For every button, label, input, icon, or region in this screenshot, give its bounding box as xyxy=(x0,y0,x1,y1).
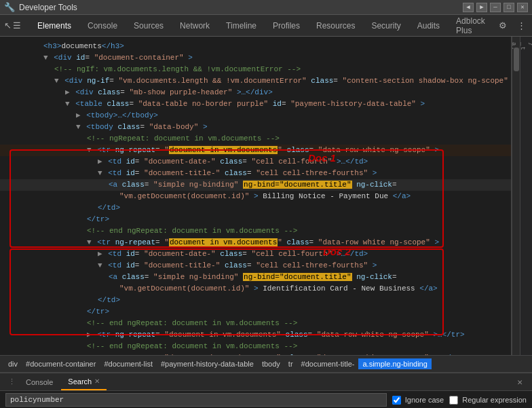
code-line: ▼ <table class= "data-table no-border pu… xyxy=(0,98,511,110)
code-line: <!-- ngIf: vm.documents.length && !vm.do… xyxy=(0,64,511,75)
right-panel: :hov el em en t. st yl e{ } _t a. si mp … xyxy=(520,37,532,355)
breadcrumb-bar: div #document-container #document-list #… xyxy=(0,355,532,373)
device-mode-btn[interactable]: ☰ xyxy=(13,18,21,34)
console-tab-console[interactable]: Console xyxy=(19,373,60,390)
code-line-a1[interactable]: <a class= "simple ng-binding" ng-bind="d… xyxy=(0,179,511,191)
code-line: ▼ <td id= "document-title-" class= "cell… xyxy=(0,260,511,272)
code-line: <!-- end ngRepeat: document in vm.docume… xyxy=(0,225,511,237)
breadcrumb-item-tr[interactable]: tr xyxy=(284,358,297,369)
breadcrumb-item-document-title[interactable]: #document-title- xyxy=(297,358,359,369)
code-line: ▶ <tbody>…</tbody> xyxy=(0,110,511,122)
minimize-btn[interactable]: — xyxy=(490,3,501,12)
code-line: ▶ <td id= "document-date-" class= "cell … xyxy=(0,248,511,260)
code-lines: <h3>documents</h3> ▼ <div id= "document-… xyxy=(0,39,511,355)
console-input-row: Ignore case Regular expression xyxy=(0,391,532,408)
breadcrumb-item-document-container[interactable]: #document-container xyxy=(22,358,100,369)
tab-sources[interactable]: Sources xyxy=(126,15,172,38)
console-tab-search[interactable]: Search ✕ xyxy=(61,373,107,390)
tab-elements[interactable]: Elements xyxy=(29,15,79,38)
toolbar-right-controls: ⚙ ⋮ xyxy=(495,18,530,34)
vertical-scrollbar[interactable] xyxy=(512,37,520,355)
breadcrumb-item-div[interactable]: div xyxy=(4,358,22,369)
tab-profiles[interactable]: Profiles xyxy=(265,15,308,38)
title-bar: 🔧 Developer Tools ◀ ▶ — □ ✕ xyxy=(0,0,532,15)
ignore-case-label[interactable]: Ignore case xyxy=(392,396,444,405)
console-tab-bar: ⋮ Console Search ✕ ✕ xyxy=(0,373,532,391)
code-line: ▶ <div class= "mb-show purple-header" >…… xyxy=(0,87,511,98)
regex-checkbox[interactable] xyxy=(449,396,458,405)
more-btn[interactable]: ⋮ xyxy=(514,18,530,34)
app-icon: 🔧 xyxy=(4,2,15,13)
main-area: Doc 1 Doc 2 <h3>documents</h3> ▼ <div id… xyxy=(0,37,532,355)
breadcrumb-item-active[interactable]: a.simple.ng-binding xyxy=(358,358,431,369)
code-line: </tr> xyxy=(0,214,511,225)
title-bar-controls: ◀ ▶ — □ ✕ xyxy=(463,3,528,12)
code-line: ▶ <tr ng-repeat= "document in vm.documen… xyxy=(0,352,511,355)
toolbar: ↖ ☰ Elements Console Sources Network Tim… xyxy=(0,15,532,37)
breadcrumb-item-document-list[interactable]: #document-list xyxy=(100,358,157,369)
tab-adblock[interactable]: Adblock Plus xyxy=(448,15,493,38)
tab-security[interactable]: Security xyxy=(363,15,408,38)
code-line: <!-- end ngRepeat: document in vm.docume… xyxy=(0,341,511,352)
tab-resources[interactable]: Resources xyxy=(308,15,363,38)
console-menu-btn[interactable]: ⋮ xyxy=(5,377,18,386)
console-footer: ⋮ Console Search ✕ ✕ Ignore case Regular… xyxy=(0,373,532,408)
inspect-element-btn[interactable]: ↖ xyxy=(4,18,12,34)
code-line: ▼ <div ng-if= "vm.documents.length && !v… xyxy=(0,75,511,87)
code-line-a2-cont: "vm.getDocument(document.id)" > Identifi… xyxy=(0,283,511,295)
tab-timeline[interactable]: Timeline xyxy=(218,15,265,38)
code-line-tr1[interactable]: ▼ <tr ng-repeat= "document in vm.documen… xyxy=(0,145,511,156)
code-line-a1-cont: "vm.getDocument(document.id)" > Billing … xyxy=(0,191,511,202)
code-line: <h3>documents</h3> xyxy=(0,41,511,52)
close-console-btn[interactable]: ✕ xyxy=(513,377,527,388)
nav-back-btn[interactable]: ◀ xyxy=(463,3,474,12)
search-input[interactable] xyxy=(5,393,387,407)
settings-btn[interactable]: ⚙ xyxy=(495,18,511,34)
code-line: ▶ <td id= "document-date-" class= "cell … xyxy=(0,156,511,168)
breadcrumb-item-tbody[interactable]: tbody xyxy=(258,358,284,369)
code-line: <!-- ngRepeat: document in vm.documents … xyxy=(0,133,511,145)
code-panel[interactable]: Doc 1 Doc 2 <h3>documents</h3> ▼ <div id… xyxy=(0,37,512,355)
nav-fwd-btn[interactable]: ▶ xyxy=(476,3,487,12)
code-line-a2[interactable]: <a class= "simple ng-binding" ng-bind="d… xyxy=(0,272,511,283)
maximize-btn[interactable]: □ xyxy=(504,3,514,12)
close-btn[interactable]: ✕ xyxy=(517,3,528,12)
code-line: ▼ <tbody class= "data-body" > xyxy=(0,122,511,133)
title-bar-text: Developer Tools xyxy=(19,3,459,12)
breadcrumb-item-payment-table[interactable]: #payment-history-data-table xyxy=(157,358,258,369)
main-tabs: Elements Console Sources Network Timelin… xyxy=(29,15,493,37)
code-line-tr2[interactable]: ▼ <tr ng-repeat= "document in vm.documen… xyxy=(0,237,511,248)
search-tab-close[interactable]: ✕ xyxy=(94,377,100,385)
tab-audits[interactable]: Audits xyxy=(409,15,448,38)
tab-network[interactable]: Network xyxy=(172,15,218,38)
code-line: <!-- end ngRepeat: document in vm.docume… xyxy=(0,318,511,329)
code-line: </td> xyxy=(0,202,511,214)
code-line: ▼ <td id= "document-title-" class= "cell… xyxy=(0,168,511,179)
ignore-case-checkbox[interactable] xyxy=(392,396,401,405)
code-line: </td> xyxy=(0,295,511,306)
tab-console[interactable]: Console xyxy=(79,15,126,38)
code-line: ▶ <tr ng-repeat= "document in vm.documen… xyxy=(0,329,511,341)
code-line: ▼ <div id= "document-container" > xyxy=(0,52,511,64)
regex-label[interactable]: Regular expression xyxy=(449,396,527,405)
code-line: </tr> xyxy=(0,306,511,318)
